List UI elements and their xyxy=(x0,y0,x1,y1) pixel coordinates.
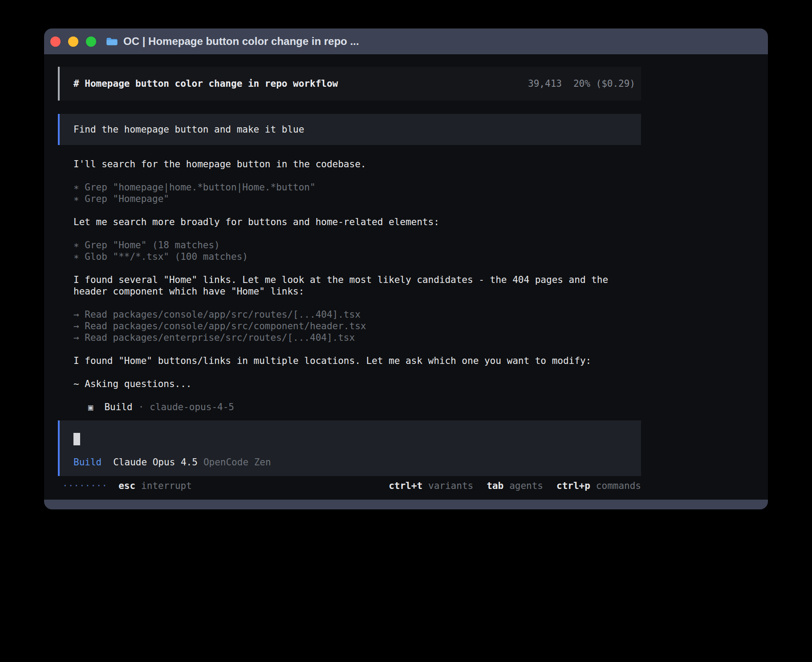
ctrl-p-key: ctrl+p xyxy=(556,480,590,491)
window-titlebar[interactable]: OC | Homepage button color change in rep… xyxy=(44,28,768,54)
token-count: 39,413 xyxy=(528,78,562,89)
variants-label: variants xyxy=(428,480,473,491)
assistant-text: I'll search for the homepage button in t… xyxy=(73,158,629,170)
agents-hint: tabagents xyxy=(487,480,543,492)
traffic-lights xyxy=(50,36,96,47)
status-right: ctrl+tvariants tabagents ctrl+pcommands xyxy=(389,480,641,492)
spinner-dots: ········ xyxy=(62,480,107,492)
folder-icon xyxy=(106,37,118,46)
session-title: # Homepage button color change in repo w… xyxy=(73,78,338,89)
text-cursor xyxy=(73,433,80,445)
tool-call-read: → Read packages/console/app/src/componen… xyxy=(73,320,629,332)
tab-key: tab xyxy=(487,480,503,491)
user-message: Find the homepage button and make it blu… xyxy=(58,114,641,145)
provider-label: OpenCode Zen xyxy=(203,457,271,468)
user-message-text: Find the homepage button and make it blu… xyxy=(73,124,304,135)
agent-separator: · xyxy=(138,401,144,413)
assistant-text: I found several "Home" links. Let me loo… xyxy=(73,274,629,297)
tool-call-read: → Read packages/console/app/src/routes/[… xyxy=(73,309,629,320)
agent-model: claude-opus-4-5 xyxy=(150,401,234,413)
model-label: Claude Opus 4.5 xyxy=(113,457,198,468)
minimize-button[interactable] xyxy=(68,36,78,47)
window-title: OC | Homepage button color change in rep… xyxy=(123,35,359,48)
esc-key: esc xyxy=(118,480,135,492)
terminal-content: # Homepage button color change in repo w… xyxy=(44,54,768,500)
commands-hint: ctrl+pcommands xyxy=(556,480,641,492)
transcript: I'll search for the homepage button in t… xyxy=(73,158,768,420)
agent-status-line: ▣ Build · claude-opus-4-5 xyxy=(73,401,768,413)
zoom-button[interactable] xyxy=(86,36,96,47)
tool-call-glob: ∗ Glob "**/*.tsx" (100 matches) xyxy=(73,251,629,262)
tool-call-grep: ∗ Grep "Home" (18 matches) xyxy=(73,239,629,251)
tool-call-grep: ∗ Grep "homepage|home.*button|Home.*butt… xyxy=(73,182,629,193)
mode-label: Build xyxy=(73,457,102,468)
status-bar: ········ esc interrupt ctrl+tvariants ta… xyxy=(58,480,641,492)
asking-status: ~ Asking questions... xyxy=(73,378,629,390)
prompt-input[interactable]: BuildClaude Opus 4.5OpenCode Zen xyxy=(58,420,641,476)
close-button[interactable] xyxy=(50,36,61,47)
window-footer xyxy=(44,500,768,509)
agent-icon: ▣ xyxy=(88,401,93,413)
context-usage: 20% ($0.29) xyxy=(573,78,635,89)
variants-hint: ctrl+tvariants xyxy=(389,480,473,492)
tool-call-grep: ∗ Grep "Homepage" xyxy=(73,193,629,205)
assistant-text: Let me search more broadly for buttons a… xyxy=(73,216,629,228)
agent-name: Build xyxy=(104,401,132,413)
ctrl-t-key: ctrl+t xyxy=(389,480,422,491)
commands-label: commands xyxy=(596,480,641,491)
terminal-window: OC | Homepage button color change in rep… xyxy=(44,28,768,509)
agents-label: agents xyxy=(509,480,543,491)
input-meta: BuildClaude Opus 4.5OpenCode Zen xyxy=(73,456,627,468)
session-header: # Homepage button color change in repo w… xyxy=(58,67,641,101)
assistant-text: I found "Home" buttons/links in multiple… xyxy=(73,355,629,367)
status-left: ········ esc interrupt xyxy=(58,480,192,492)
tool-call-read: → Read packages/enterprise/src/routes/[.… xyxy=(73,332,629,343)
interrupt-label: interrupt xyxy=(141,480,192,492)
session-stats: 39,41320% ($0.29) xyxy=(528,78,635,89)
